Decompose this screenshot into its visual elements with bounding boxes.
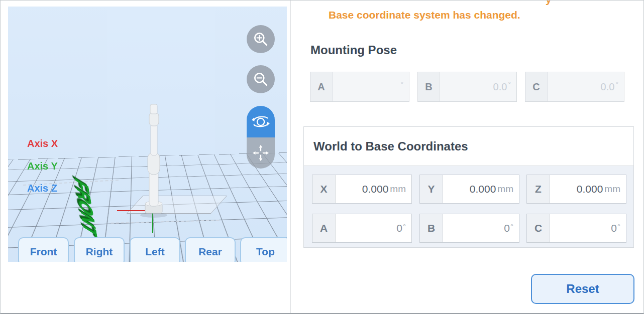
orbit-pan-toggle [247,106,275,169]
value-text: 0.000 [577,183,603,195]
value-text: 0 [611,222,617,234]
field-label: Z [527,175,550,203]
warning-message: Base coordinate system has changed. [329,9,520,21]
view-button-rear[interactable]: Rear [185,237,236,262]
world-to-base-panel: World to Base Coordinates X 0.000 mm Y 0… [303,126,634,248]
world-field-x[interactable]: X 0.000 mm [312,175,412,204]
zoom-in-button[interactable] [247,25,275,53]
unit-text: ° [615,80,618,88]
axis-z-label: Axis Z [27,183,57,194]
field-label: A [312,214,336,242]
world-to-base-body: X 0.000 mm Y 0.000 mm Z 0.000 mm [304,166,633,247]
world-to-base-title: World to Base Coordinates [313,139,468,153]
warning-clipped-fragment: y [546,0,552,6]
field-value: 0 ° [336,214,411,242]
world-field-b[interactable]: B 0 ° [419,214,519,243]
zoom-out-button[interactable] [247,65,275,93]
value-text: 0.000 [470,183,496,195]
world-field-z[interactable]: Z 0.000 mm [526,175,626,204]
view-button-front[interactable]: Front [18,237,69,262]
field-value: 0 ° [443,214,519,242]
field-label: A [310,72,333,101]
field-label: B [418,72,440,101]
mounting-pose-field-c: C 0.0 ° [525,72,624,102]
value-text: 0.0 [493,81,507,93]
magnifier-minus-icon [252,70,270,88]
field-label: C [525,72,548,101]
field-value: 0.000 mm [550,175,626,203]
value-text: 0 [504,222,510,234]
world-field-y[interactable]: Y 0.000 mm [419,175,519,204]
field-label: Y [420,175,443,203]
mounting-pose-title: Mounting Pose [310,43,397,57]
pane-divider [290,1,291,314]
field-label: B [420,214,443,242]
unit-text: ° [400,80,403,88]
field-value: 0 ° [550,214,626,242]
orbit-rotate-icon [251,112,270,131]
robot-model [131,102,177,237]
magnifier-plus-icon [252,30,270,48]
pan-arrows-icon [251,143,270,163]
view-button-top[interactable]: Top [240,237,287,262]
rotate-view-button[interactable] [247,106,275,137]
unit-text: ° [403,222,406,231]
world-field-c[interactable]: C 0 ° [526,214,626,243]
field-value: 0.000 mm [336,175,411,203]
unit-text: mm [497,184,513,195]
simulator-viewport[interactable]: Axis X Axis Y Axis Z FRONT [8,7,287,262]
value-text: 0.0 [601,81,615,93]
field-value: 0.0 ° [548,72,624,101]
reset-button[interactable]: Reset [531,274,634,304]
pan-view-button[interactable] [247,137,275,169]
field-value: 0.000 mm [443,175,519,203]
field-value: 0.0 ° [440,72,516,101]
mounting-pose-field-b: B 0.0 ° [417,72,517,102]
axis-x-label: Axis X [27,138,58,149]
unit-text: ° [508,80,511,88]
axis-y-label: Axis Y [27,161,58,172]
value-text: 0.000 [362,183,389,195]
mounting-pose-field-a: A ° [310,72,409,102]
world-field-a[interactable]: A 0 ° [312,214,412,243]
unit-text: ° [617,222,620,231]
view-button-right[interactable]: Right [74,237,125,262]
field-value: ° [333,72,409,101]
field-label: X [312,175,336,203]
robot-settings-page: Axis X Axis Y Axis Z FRONT [0,0,644,314]
view-button-left[interactable]: Left [130,237,180,262]
value-text: 0 [396,222,402,234]
unit-text: ° [510,222,513,231]
unit-text: mm [604,184,620,195]
unit-text: mm [390,184,406,195]
world-to-base-header: World to Base Coordinates [304,127,633,166]
field-label: C [527,214,550,242]
